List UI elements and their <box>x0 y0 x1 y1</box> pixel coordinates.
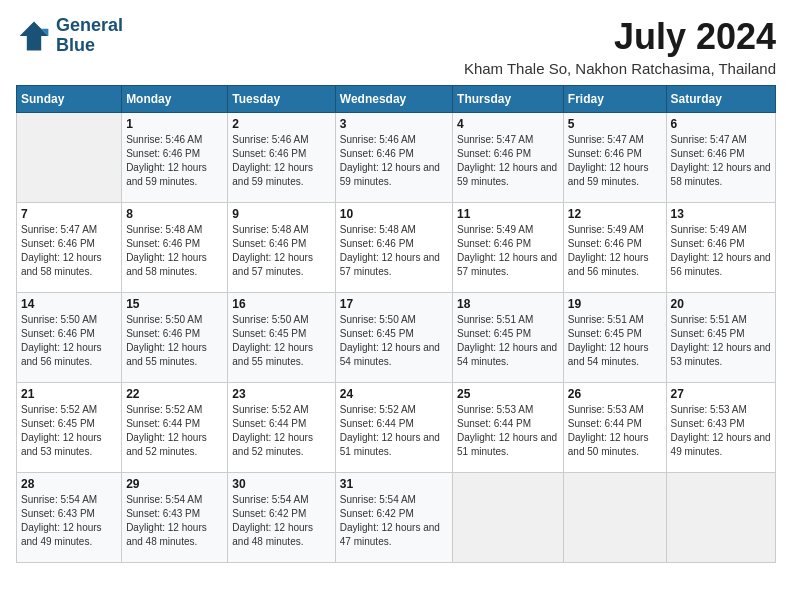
day-cell: 6 Sunrise: 5:47 AMSunset: 6:46 PMDayligh… <box>666 113 775 203</box>
day-number: 23 <box>232 387 330 401</box>
day-detail: Sunrise: 5:50 AMSunset: 6:45 PMDaylight:… <box>232 314 313 367</box>
day-detail: Sunrise: 5:46 AMSunset: 6:46 PMDaylight:… <box>232 134 313 187</box>
day-detail: Sunrise: 5:53 AMSunset: 6:44 PMDaylight:… <box>457 404 557 457</box>
page-header: General Blue July 2024 Kham Thale So, Na… <box>16 16 776 77</box>
day-cell: 10 Sunrise: 5:48 AMSunset: 6:46 PMDaylig… <box>335 203 452 293</box>
day-detail: Sunrise: 5:54 AMSunset: 6:43 PMDaylight:… <box>21 494 102 547</box>
week-row-4: 21 Sunrise: 5:52 AMSunset: 6:45 PMDaylig… <box>17 383 776 473</box>
day-cell: 1 Sunrise: 5:46 AMSunset: 6:46 PMDayligh… <box>122 113 228 203</box>
day-detail: Sunrise: 5:52 AMSunset: 6:45 PMDaylight:… <box>21 404 102 457</box>
day-cell: 8 Sunrise: 5:48 AMSunset: 6:46 PMDayligh… <box>122 203 228 293</box>
day-cell <box>17 113 122 203</box>
day-detail: Sunrise: 5:52 AMSunset: 6:44 PMDaylight:… <box>232 404 313 457</box>
day-detail: Sunrise: 5:48 AMSunset: 6:46 PMDaylight:… <box>340 224 440 277</box>
day-cell <box>666 473 775 563</box>
day-detail: Sunrise: 5:51 AMSunset: 6:45 PMDaylight:… <box>457 314 557 367</box>
day-cell: 3 Sunrise: 5:46 AMSunset: 6:46 PMDayligh… <box>335 113 452 203</box>
day-number: 19 <box>568 297 662 311</box>
day-number: 11 <box>457 207 559 221</box>
day-number: 27 <box>671 387 771 401</box>
day-detail: Sunrise: 5:46 AMSunset: 6:46 PMDaylight:… <box>126 134 207 187</box>
day-cell: 19 Sunrise: 5:51 AMSunset: 6:45 PMDaylig… <box>563 293 666 383</box>
day-detail: Sunrise: 5:52 AMSunset: 6:44 PMDaylight:… <box>340 404 440 457</box>
day-detail: Sunrise: 5:53 AMSunset: 6:43 PMDaylight:… <box>671 404 771 457</box>
week-row-5: 28 Sunrise: 5:54 AMSunset: 6:43 PMDaylig… <box>17 473 776 563</box>
day-detail: Sunrise: 5:49 AMSunset: 6:46 PMDaylight:… <box>457 224 557 277</box>
logo-text: General Blue <box>56 16 123 56</box>
day-number: 6 <box>671 117 771 131</box>
day-number: 13 <box>671 207 771 221</box>
day-number: 21 <box>21 387 117 401</box>
header-cell-thursday: Thursday <box>453 86 564 113</box>
subtitle: Kham Thale So, Nakhon Ratchasima, Thaila… <box>464 60 776 77</box>
day-cell: 23 Sunrise: 5:52 AMSunset: 6:44 PMDaylig… <box>228 383 335 473</box>
day-cell: 9 Sunrise: 5:48 AMSunset: 6:46 PMDayligh… <box>228 203 335 293</box>
day-cell: 15 Sunrise: 5:50 AMSunset: 6:46 PMDaylig… <box>122 293 228 383</box>
day-cell: 30 Sunrise: 5:54 AMSunset: 6:42 PMDaylig… <box>228 473 335 563</box>
day-cell <box>453 473 564 563</box>
week-row-2: 7 Sunrise: 5:47 AMSunset: 6:46 PMDayligh… <box>17 203 776 293</box>
day-detail: Sunrise: 5:49 AMSunset: 6:46 PMDaylight:… <box>671 224 771 277</box>
day-cell: 4 Sunrise: 5:47 AMSunset: 6:46 PMDayligh… <box>453 113 564 203</box>
logo-icon <box>16 18 52 54</box>
day-cell <box>563 473 666 563</box>
header-cell-friday: Friday <box>563 86 666 113</box>
day-cell: 27 Sunrise: 5:53 AMSunset: 6:43 PMDaylig… <box>666 383 775 473</box>
day-number: 30 <box>232 477 330 491</box>
day-cell: 24 Sunrise: 5:52 AMSunset: 6:44 PMDaylig… <box>335 383 452 473</box>
day-number: 1 <box>126 117 223 131</box>
title-area: July 2024 Kham Thale So, Nakhon Ratchasi… <box>464 16 776 77</box>
day-detail: Sunrise: 5:47 AMSunset: 6:46 PMDaylight:… <box>568 134 649 187</box>
day-number: 7 <box>21 207 117 221</box>
day-detail: Sunrise: 5:54 AMSunset: 6:43 PMDaylight:… <box>126 494 207 547</box>
main-title: July 2024 <box>464 16 776 58</box>
header-cell-wednesday: Wednesday <box>335 86 452 113</box>
day-number: 5 <box>568 117 662 131</box>
day-cell: 26 Sunrise: 5:53 AMSunset: 6:44 PMDaylig… <box>563 383 666 473</box>
day-number: 17 <box>340 297 448 311</box>
day-number: 12 <box>568 207 662 221</box>
header-row: SundayMondayTuesdayWednesdayThursdayFrid… <box>17 86 776 113</box>
day-detail: Sunrise: 5:51 AMSunset: 6:45 PMDaylight:… <box>568 314 649 367</box>
day-number: 28 <box>21 477 117 491</box>
day-cell: 31 Sunrise: 5:54 AMSunset: 6:42 PMDaylig… <box>335 473 452 563</box>
day-detail: Sunrise: 5:47 AMSunset: 6:46 PMDaylight:… <box>457 134 557 187</box>
day-cell: 18 Sunrise: 5:51 AMSunset: 6:45 PMDaylig… <box>453 293 564 383</box>
day-detail: Sunrise: 5:47 AMSunset: 6:46 PMDaylight:… <box>671 134 771 187</box>
logo: General Blue <box>16 16 123 56</box>
day-detail: Sunrise: 5:52 AMSunset: 6:44 PMDaylight:… <box>126 404 207 457</box>
day-number: 2 <box>232 117 330 131</box>
day-detail: Sunrise: 5:53 AMSunset: 6:44 PMDaylight:… <box>568 404 649 457</box>
day-cell: 25 Sunrise: 5:53 AMSunset: 6:44 PMDaylig… <box>453 383 564 473</box>
day-cell: 5 Sunrise: 5:47 AMSunset: 6:46 PMDayligh… <box>563 113 666 203</box>
day-number: 8 <box>126 207 223 221</box>
day-detail: Sunrise: 5:50 AMSunset: 6:45 PMDaylight:… <box>340 314 440 367</box>
day-cell: 13 Sunrise: 5:49 AMSunset: 6:46 PMDaylig… <box>666 203 775 293</box>
day-cell: 29 Sunrise: 5:54 AMSunset: 6:43 PMDaylig… <box>122 473 228 563</box>
day-detail: Sunrise: 5:48 AMSunset: 6:46 PMDaylight:… <box>126 224 207 277</box>
day-cell: 16 Sunrise: 5:50 AMSunset: 6:45 PMDaylig… <box>228 293 335 383</box>
header-cell-monday: Monday <box>122 86 228 113</box>
day-number: 25 <box>457 387 559 401</box>
day-number: 26 <box>568 387 662 401</box>
day-number: 31 <box>340 477 448 491</box>
day-cell: 28 Sunrise: 5:54 AMSunset: 6:43 PMDaylig… <box>17 473 122 563</box>
day-number: 20 <box>671 297 771 311</box>
logo-line2: Blue <box>56 36 123 56</box>
header-cell-saturday: Saturday <box>666 86 775 113</box>
day-cell: 2 Sunrise: 5:46 AMSunset: 6:46 PMDayligh… <box>228 113 335 203</box>
day-detail: Sunrise: 5:54 AMSunset: 6:42 PMDaylight:… <box>232 494 313 547</box>
day-detail: Sunrise: 5:46 AMSunset: 6:46 PMDaylight:… <box>340 134 440 187</box>
header-cell-tuesday: Tuesday <box>228 86 335 113</box>
day-cell: 17 Sunrise: 5:50 AMSunset: 6:45 PMDaylig… <box>335 293 452 383</box>
day-number: 14 <box>21 297 117 311</box>
day-cell: 21 Sunrise: 5:52 AMSunset: 6:45 PMDaylig… <box>17 383 122 473</box>
week-row-3: 14 Sunrise: 5:50 AMSunset: 6:46 PMDaylig… <box>17 293 776 383</box>
day-number: 15 <box>126 297 223 311</box>
day-detail: Sunrise: 5:50 AMSunset: 6:46 PMDaylight:… <box>21 314 102 367</box>
day-number: 22 <box>126 387 223 401</box>
day-detail: Sunrise: 5:49 AMSunset: 6:46 PMDaylight:… <box>568 224 649 277</box>
day-detail: Sunrise: 5:51 AMSunset: 6:45 PMDaylight:… <box>671 314 771 367</box>
day-number: 29 <box>126 477 223 491</box>
day-cell: 22 Sunrise: 5:52 AMSunset: 6:44 PMDaylig… <box>122 383 228 473</box>
